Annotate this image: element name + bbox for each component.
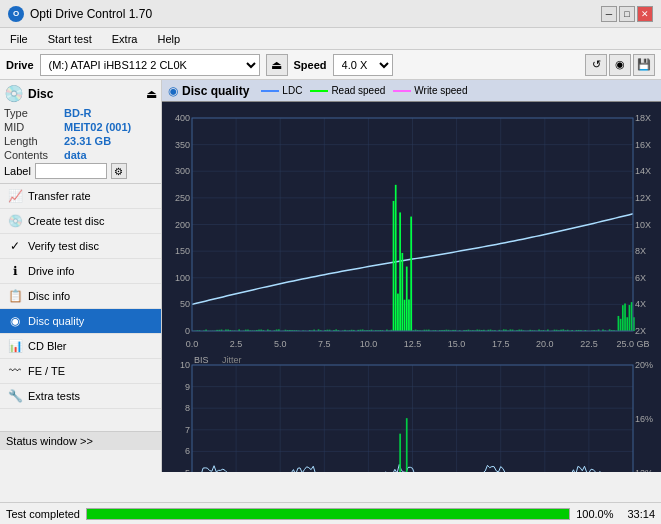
disc-info-icon: 📋: [8, 289, 22, 303]
ldc-chart: [162, 102, 661, 351]
progress-label: Test completed: [6, 508, 80, 520]
disc-type-key: Type: [4, 107, 64, 119]
nav-fe-te-label: FE / TE: [28, 365, 65, 377]
disc-label-key: Label: [4, 165, 31, 177]
disc-icon: 💿: [4, 84, 24, 103]
chart-title: Disc quality: [182, 84, 249, 98]
record-button[interactable]: ◉: [609, 54, 631, 76]
nav-cd-bler[interactable]: 📊 CD Bler: [0, 334, 161, 359]
status-window-label: Status window >>: [6, 435, 93, 447]
transfer-rate-icon: 📈: [8, 189, 22, 203]
progress-bar-container: [86, 508, 570, 520]
disc-panel-title: Disc: [28, 87, 53, 101]
disc-length-key: Length: [4, 135, 64, 147]
extra-tests-icon: 🔧: [8, 389, 22, 403]
status-window-button[interactable]: Status window >>: [0, 431, 162, 450]
legend-read-speed-label: Read speed: [331, 85, 385, 96]
sidebar: 💿 Disc ⏏ Type BD-R MID MEIT02 (001) Leng…: [0, 80, 162, 472]
legend-ldc-label: LDC: [282, 85, 302, 96]
titlebar: O Opti Drive Control 1.70 ─ □ ✕: [0, 0, 661, 28]
drive-label: Drive: [6, 59, 34, 71]
main-layout: 💿 Disc ⏏ Type BD-R MID MEIT02 (001) Leng…: [0, 80, 661, 472]
nav-fe-te[interactable]: 〰 FE / TE: [0, 359, 161, 384]
disc-header: 💿 Disc ⏏: [4, 84, 157, 103]
menu-start-test[interactable]: Start test: [44, 32, 96, 46]
create-test-disc-icon: 💿: [8, 214, 22, 228]
eject-button[interactable]: ⏏: [266, 54, 288, 76]
disc-mid-key: MID: [4, 121, 64, 133]
menubar: File Start test Extra Help: [0, 28, 661, 50]
disc-contents-row: Contents data: [4, 149, 157, 161]
drive-toolbar: Drive (M:) ATAPI iHBS112 2 CL0K ⏏ Speed …: [0, 50, 661, 80]
nav-disc-info[interactable]: 📋 Disc info: [0, 284, 161, 309]
nav-drive-info-label: Drive info: [28, 265, 74, 277]
verify-test-disc-icon: ✓: [8, 239, 22, 253]
speed-select[interactable]: 4.0 X: [333, 54, 393, 76]
nav-create-test-disc-label: Create test disc: [28, 215, 104, 227]
menu-help[interactable]: Help: [153, 32, 184, 46]
nav-verify-test-disc[interactable]: ✓ Verify test disc: [0, 234, 161, 259]
legend-read-speed: Read speed: [310, 85, 385, 96]
nav-transfer-rate-label: Transfer rate: [28, 190, 91, 202]
disc-mid-row: MID MEIT02 (001): [4, 121, 157, 133]
nav-create-test-disc[interactable]: 💿 Create test disc: [0, 209, 161, 234]
disc-label-row: Label ⚙: [4, 163, 157, 179]
disc-label-input[interactable]: [35, 163, 107, 179]
menu-file[interactable]: File: [6, 32, 32, 46]
charts-container: [162, 102, 661, 472]
menu-extra[interactable]: Extra: [108, 32, 142, 46]
nav-disc-info-label: Disc info: [28, 290, 70, 302]
cd-bler-icon: 📊: [8, 339, 22, 353]
progress-bar-fill: [87, 509, 569, 519]
disc-type-row: Type BD-R: [4, 107, 157, 119]
chart-title-icon: ◉: [168, 84, 178, 98]
app-title: Opti Drive Control 1.70: [30, 7, 152, 21]
fe-te-icon: 〰: [8, 364, 22, 378]
legend-ldc: LDC: [261, 85, 302, 96]
chart-area: ◉ Disc quality LDC Read speed Write spee…: [162, 80, 661, 472]
progress-percent: 100.0%: [576, 508, 613, 520]
nav-extra-tests[interactable]: 🔧 Extra tests: [0, 384, 161, 409]
nav-disc-quality[interactable]: ◉ Disc quality: [0, 309, 161, 334]
toolbar-icons: ↺ ◉ 💾: [585, 54, 655, 76]
disc-mid-val: MEIT02 (001): [64, 121, 131, 133]
progress-area: Test completed 100.0% 33:14: [0, 502, 661, 524]
disc-panel: 💿 Disc ⏏ Type BD-R MID MEIT02 (001) Leng…: [0, 80, 161, 184]
nav-items: 📈 Transfer rate 💿 Create test disc ✓ Ver…: [0, 184, 161, 409]
nav-drive-info[interactable]: ℹ Drive info: [0, 259, 161, 284]
nav-cd-bler-label: CD Bler: [28, 340, 67, 352]
refresh-button[interactable]: ↺: [585, 54, 607, 76]
app-logo: O: [8, 6, 24, 22]
disc-label-button[interactable]: ⚙: [111, 163, 127, 179]
progress-time: 33:14: [627, 508, 655, 520]
legend-write-speed: Write speed: [393, 85, 467, 96]
disc-contents-val: data: [64, 149, 87, 161]
nav-disc-quality-label: Disc quality: [28, 315, 84, 327]
chart-header: ◉ Disc quality LDC Read speed Write spee…: [162, 80, 661, 102]
drive-info-icon: ℹ: [8, 264, 22, 278]
chart-legend: LDC Read speed Write speed: [261, 85, 467, 96]
nav-transfer-rate[interactable]: 📈 Transfer rate: [0, 184, 161, 209]
bis-chart: [162, 351, 661, 472]
disc-quality-icon: ◉: [8, 314, 22, 328]
disc-type-val: BD-R: [64, 107, 92, 119]
close-button[interactable]: ✕: [637, 6, 653, 22]
disc-length-val: 23.31 GB: [64, 135, 111, 147]
window-controls: ─ □ ✕: [601, 6, 653, 22]
maximize-button[interactable]: □: [619, 6, 635, 22]
legend-write-speed-label: Write speed: [414, 85, 467, 96]
minimize-button[interactable]: ─: [601, 6, 617, 22]
speed-label: Speed: [294, 59, 327, 71]
disc-length-row: Length 23.31 GB: [4, 135, 157, 147]
disc-contents-key: Contents: [4, 149, 64, 161]
nav-extra-tests-label: Extra tests: [28, 390, 80, 402]
save-button[interactable]: 💾: [633, 54, 655, 76]
nav-verify-test-disc-label: Verify test disc: [28, 240, 99, 252]
titlebar-left: O Opti Drive Control 1.70: [8, 6, 152, 22]
drive-select[interactable]: (M:) ATAPI iHBS112 2 CL0K: [40, 54, 260, 76]
disc-eject-button[interactable]: ⏏: [146, 87, 157, 101]
